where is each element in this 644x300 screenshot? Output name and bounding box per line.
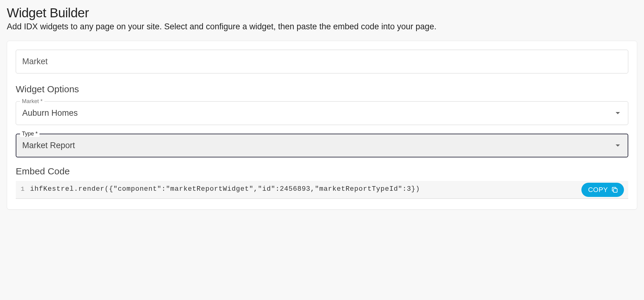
market-label: Market * xyxy=(20,98,44,105)
embed-code-heading: Embed Code xyxy=(16,166,628,177)
chevron-down-icon xyxy=(616,144,620,147)
copy-button-label: COPY xyxy=(588,186,608,194)
type-select[interactable]: Market Report xyxy=(16,134,628,157)
copy-button[interactable]: COPY xyxy=(581,183,624,197)
widget-options-heading: Widget Options xyxy=(16,84,628,94)
code-line-number: 1 xyxy=(21,185,25,193)
page-title: Widget Builder xyxy=(7,6,637,20)
svg-rect-0 xyxy=(613,189,617,192)
type-field: Type * Market Report xyxy=(16,134,628,157)
type-label: Type * xyxy=(20,131,39,137)
page-subtitle: Add IDX widgets to any page on your site… xyxy=(7,21,637,32)
embed-code-block[interactable]: 1 ihfKestrel.render({"component":"market… xyxy=(16,181,628,199)
copy-icon xyxy=(611,186,618,194)
chevron-down-icon xyxy=(616,112,620,114)
market-value: Auburn Homes xyxy=(22,108,616,118)
type-value: Market Report xyxy=(22,141,616,150)
builder-card: Widget Options Market * Auburn Homes Typ… xyxy=(7,41,637,210)
embed-code-text: ihfKestrel.render({"component":"marketRe… xyxy=(30,185,623,193)
market-select[interactable]: Auburn Homes xyxy=(16,101,628,125)
widget-name-input[interactable] xyxy=(16,50,628,73)
market-field: Market * Auburn Homes xyxy=(16,101,628,125)
